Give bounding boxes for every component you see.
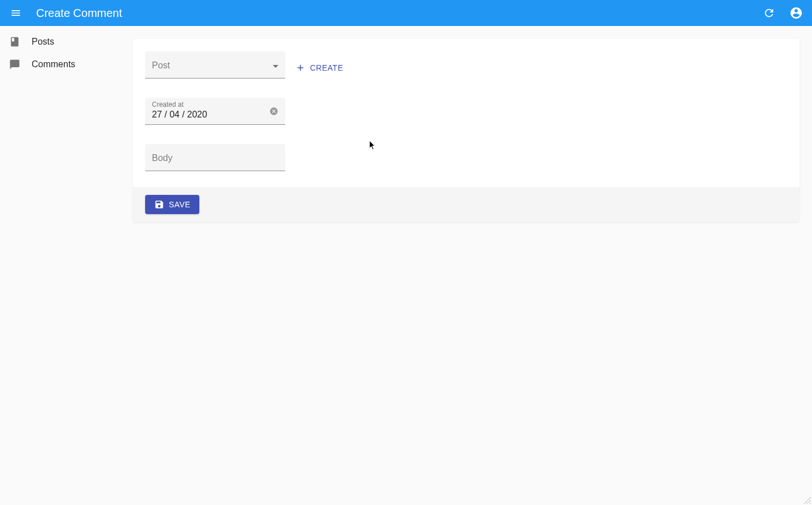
- card-footer: SAVE: [133, 187, 800, 222]
- chat-icon: [9, 59, 20, 70]
- created-at-row: Created at 27 / 04 / 2020: [145, 98, 787, 125]
- appbar-actions: [762, 6, 803, 20]
- body-row: Body: [145, 144, 787, 171]
- save-icon: [154, 199, 164, 210]
- app-bar: Create Comment: [0, 0, 812, 26]
- account-circle-icon: [789, 6, 803, 20]
- svg-line-0: [804, 497, 811, 504]
- account-button[interactable]: [789, 6, 803, 20]
- post-select[interactable]: Post: [145, 51, 285, 79]
- save-button-label: SAVE: [169, 200, 190, 209]
- book-icon: [9, 36, 20, 47]
- svg-line-2: [810, 503, 811, 504]
- save-button[interactable]: SAVE: [145, 195, 199, 214]
- cancel-icon: [269, 107, 278, 116]
- created-at-label: Created at: [152, 101, 278, 108]
- created-at-value: 27 / 04 / 2020: [152, 110, 278, 120]
- body-input[interactable]: Body: [145, 144, 285, 171]
- post-field-row: Post CREATE: [145, 51, 787, 79]
- form-card: Post CREATE Created at 27 / 04 / 2020: [133, 39, 800, 222]
- body-field-label: Body: [152, 153, 278, 163]
- clear-date-button[interactable]: [269, 107, 278, 116]
- sidebar-item-label: Posts: [32, 37, 54, 47]
- resize-handle-icon: [803, 496, 811, 504]
- hamburger-icon: [10, 7, 21, 19]
- plus-icon: [295, 63, 305, 73]
- sidebar: Posts Comments: [0, 26, 133, 505]
- refresh-icon: [763, 7, 775, 19]
- page-title: Create Comment: [36, 7, 762, 20]
- sidebar-item-comments[interactable]: Comments: [0, 53, 133, 76]
- create-button[interactable]: CREATE: [291, 59, 348, 76]
- created-at-input[interactable]: Created at 27 / 04 / 2020: [145, 98, 285, 125]
- create-button-label: CREATE: [310, 63, 343, 72]
- sidebar-item-posts[interactable]: Posts: [0, 31, 133, 53]
- main-layout: Posts Comments Post: [0, 26, 812, 505]
- refresh-button[interactable]: [762, 6, 776, 20]
- card-body: Post CREATE Created at 27 / 04 / 2020: [133, 39, 800, 187]
- content-area: Post CREATE Created at 27 / 04 / 2020: [133, 26, 812, 505]
- post-field-label: Post: [152, 60, 278, 71]
- menu-button[interactable]: [9, 6, 23, 20]
- sidebar-item-label: Comments: [32, 59, 75, 69]
- dropdown-icon: [273, 60, 278, 70]
